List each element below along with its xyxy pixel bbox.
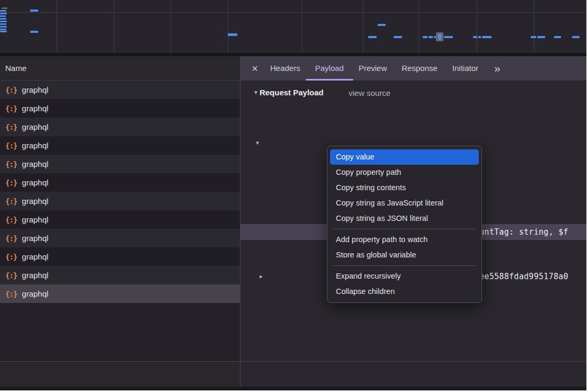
overview-request-bar xyxy=(0,29,6,30)
network-overview-timeline[interactable] xyxy=(0,0,586,53)
devtools-network-panel: Name {:}graphql {:}graphql {:}graphql {:… xyxy=(0,0,586,390)
request-rows: {:}graphql {:}graphql {:}graphql {:}grap… xyxy=(0,81,240,303)
request-name: graphql xyxy=(22,271,48,280)
request-row[interactable]: {:}graphql xyxy=(0,99,240,118)
tab-preview[interactable]: Preview xyxy=(351,56,394,81)
request-row[interactable]: {:}graphql xyxy=(0,284,240,303)
menu-item-copy-string-js-literal[interactable]: Copy string as JavaScript literal xyxy=(330,195,479,211)
json-braces-icon: {:} xyxy=(5,253,17,261)
overview-gridline xyxy=(228,0,228,53)
request-name: graphql xyxy=(22,85,48,94)
request-name: graphql xyxy=(22,197,48,206)
context-menu: Copy value Copy property path Copy strin… xyxy=(327,146,482,303)
request-row[interactable]: {:}graphql xyxy=(0,136,240,155)
request-row[interactable]: {:}graphql xyxy=(0,155,240,173)
view-source-link[interactable]: view source xyxy=(349,88,390,97)
json-braces-icon: {:} xyxy=(5,197,17,206)
bottom-dark-band xyxy=(0,387,586,390)
request-row[interactable]: {:}graphql xyxy=(0,118,240,136)
overview-baseline xyxy=(0,12,586,13)
menu-item-copy-value[interactable]: Copy value xyxy=(330,149,479,165)
overview-gridline xyxy=(171,0,171,53)
json-braces-icon: {:} xyxy=(5,234,17,243)
overview-request-bar xyxy=(0,10,6,12)
overview-request-bar xyxy=(378,24,386,26)
request-name: graphql xyxy=(22,159,48,168)
overview-request-bar xyxy=(531,36,536,38)
overview-request-bar xyxy=(537,36,545,38)
json-braces-icon: {:} xyxy=(5,179,17,187)
close-icon[interactable]: × xyxy=(247,56,263,81)
overview-request-bar xyxy=(478,36,481,38)
overview-request-bar xyxy=(394,36,402,38)
overview-request-bar xyxy=(30,10,38,12)
json-braces-icon: {:} xyxy=(5,86,17,94)
json-braces-icon: {:} xyxy=(5,141,17,150)
footer-right-area xyxy=(240,362,586,390)
overview-request-bar xyxy=(0,21,7,22)
request-detail-panel: × Headers Payload Preview Response Initi… xyxy=(240,56,586,390)
json-braces-icon: {:} xyxy=(5,123,17,131)
overview-request-bar xyxy=(444,36,453,38)
request-name: graphql xyxy=(22,252,48,261)
detail-tabbar: × Headers Payload Preview Response Initi… xyxy=(240,56,586,81)
overview-request-bar xyxy=(473,36,477,38)
request-name: graphql xyxy=(22,141,48,150)
overview-gridline xyxy=(57,0,57,53)
expand-triangle-icon[interactable]: ▶ xyxy=(260,269,263,284)
footer-left-area xyxy=(0,362,240,390)
request-row[interactable]: {:}graphql xyxy=(0,81,240,99)
menu-item-expand-recursively[interactable]: Expand recursively xyxy=(330,269,479,284)
overview-request-bar xyxy=(0,18,6,20)
more-tabs-chevron-icon[interactable]: » xyxy=(490,56,505,81)
json-string-value-right-fragment: untTag: string, $f xyxy=(479,224,568,240)
request-list-panel: Name {:}graphql {:}graphql {:}graphql {:… xyxy=(0,56,240,390)
name-column-header[interactable]: Name xyxy=(0,56,240,81)
devtools-screenshot: Name {:}graphql {:}graphql {:}graphql {:… xyxy=(0,0,588,392)
expand-triangle-icon[interactable]: ▼ xyxy=(256,135,259,151)
request-name: graphql xyxy=(22,122,48,131)
overview-request-bar xyxy=(0,23,6,25)
request-payload-section-header[interactable]: ▼Request Payload xyxy=(253,88,324,97)
request-name: graphql xyxy=(22,215,48,224)
request-row[interactable]: {:}graphql xyxy=(0,210,240,229)
tab-initiator[interactable]: Initiator xyxy=(445,56,486,81)
overview-gridline xyxy=(534,0,534,53)
tab-headers[interactable]: Headers xyxy=(263,56,308,81)
request-row[interactable]: {:}graphql xyxy=(0,266,240,284)
overview-request-bar xyxy=(0,15,6,17)
overview-request-bar xyxy=(2,7,7,9)
request-name: graphql xyxy=(22,234,48,243)
panel-divider[interactable] xyxy=(240,56,240,390)
request-row[interactable]: {:}graphql xyxy=(0,192,240,210)
request-row[interactable]: {:}graphql xyxy=(0,229,240,247)
overview-request-bar xyxy=(423,36,427,38)
menu-item-copy-string-json-literal[interactable]: Copy string as JSON literal xyxy=(330,211,479,226)
section-title: Request Payload xyxy=(260,88,324,97)
json-braces-icon: {:} xyxy=(5,216,17,224)
overview-request-bar xyxy=(228,33,237,36)
collapse-triangle-icon[interactable]: ▼ xyxy=(253,90,259,95)
menu-item-collapse-children[interactable]: Collapse children xyxy=(330,284,479,299)
menu-item-copy-string-contents[interactable]: Copy string contents xyxy=(330,180,479,195)
overview-gridline xyxy=(418,0,419,53)
overview-request-bar xyxy=(30,31,38,33)
menu-item-copy-property-path[interactable]: Copy property path xyxy=(330,165,479,180)
tab-payload[interactable]: Payload xyxy=(308,56,351,81)
tab-response[interactable]: Response xyxy=(394,56,445,81)
json-braces-icon: {:} xyxy=(5,104,17,113)
menu-separator xyxy=(333,265,476,266)
request-name: graphql xyxy=(22,104,48,113)
json-braces-icon: {:} xyxy=(5,290,17,298)
menu-item-store-as-global-variable[interactable]: Store as global variable xyxy=(330,247,479,263)
json-braces-icon: {:} xyxy=(5,160,17,168)
overview-request-bar xyxy=(368,36,377,38)
name-column-label: Name xyxy=(0,64,26,73)
request-row[interactable]: {:}graphql xyxy=(0,173,240,192)
overview-gridline xyxy=(114,0,114,53)
request-row[interactable]: {:}graphql xyxy=(0,247,240,266)
menu-item-add-property-path-to-watch[interactable]: Add property path to watch xyxy=(330,232,479,247)
request-name: graphql xyxy=(22,289,48,298)
variables-preview-right-fragment: ee5588fdad995178a0 xyxy=(479,269,568,284)
overview-gridline xyxy=(363,0,363,53)
